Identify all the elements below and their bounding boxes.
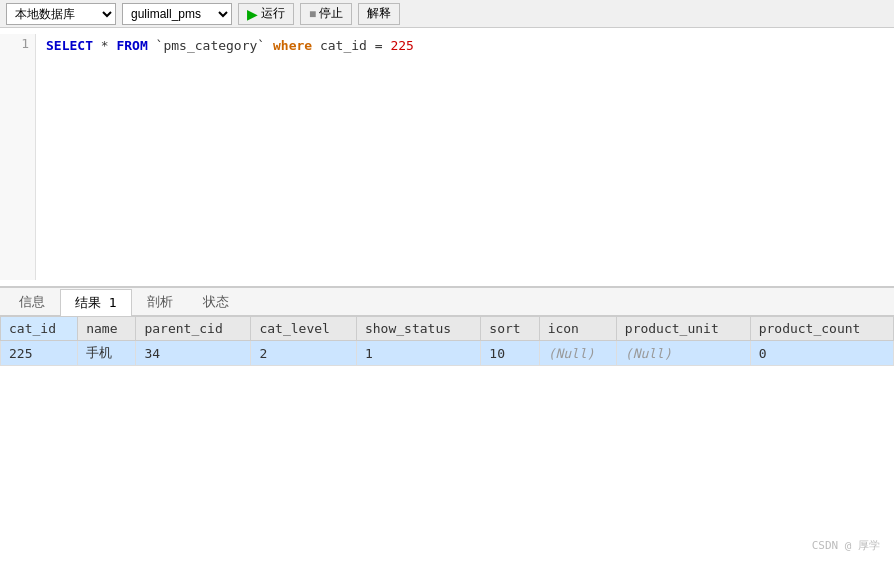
col-header-name: name xyxy=(78,317,136,341)
col-header-product_count: product_count xyxy=(750,317,893,341)
explain-button[interactable]: 解释 xyxy=(358,3,400,25)
keyword-from: FROM xyxy=(116,38,147,53)
watermark: CSDN @ 厚学 xyxy=(812,538,880,553)
table-row[interactable]: 225手机342110(Null)(Null)0 xyxy=(1,341,894,366)
db-select[interactable]: 本地数据库 xyxy=(6,3,116,25)
col-header-sort: sort xyxy=(481,317,539,341)
cell-sort: 10 xyxy=(481,341,539,366)
stop-button[interactable]: ■ 停止 xyxy=(300,3,352,25)
line-numbers: 1 xyxy=(0,34,36,280)
sql-content[interactable]: SELECT * FROM `pms_category` where cat_i… xyxy=(36,34,894,280)
col-header-product_unit: product_unit xyxy=(616,317,750,341)
schema-select[interactable]: gulimall_pms xyxy=(122,3,232,25)
cell-name: 手机 xyxy=(78,341,136,366)
sql-condition: cat_id = xyxy=(312,38,390,53)
toolbar: 本地数据库 gulimall_pms ▶ 运行 ■ 停止 解释 xyxy=(0,0,894,28)
results-area[interactable]: cat_id name parent_cid cat_level show_st… xyxy=(0,316,894,561)
col-header-parent_cid: parent_cid xyxy=(136,317,251,341)
cell-cat_id: 225 xyxy=(1,341,78,366)
table-header-row: cat_id name parent_cid cat_level show_st… xyxy=(1,317,894,341)
cell-product_unit: (Null) xyxy=(616,341,750,366)
sql-star: * xyxy=(93,38,116,53)
keyword-select: SELECT xyxy=(46,38,93,53)
sql-editor: 1 SELECT * FROM `pms_category` where cat… xyxy=(0,28,894,288)
tab-profile[interactable]: 剖析 xyxy=(132,288,188,315)
cell-icon: (Null) xyxy=(539,341,616,366)
tab-result1[interactable]: 结果 1 xyxy=(60,289,132,316)
cell-show_status: 1 xyxy=(356,341,480,366)
keyword-where: where xyxy=(265,38,312,53)
tabs-bar: 信息 结果 1 剖析 状态 xyxy=(0,288,894,316)
stop-icon: ■ xyxy=(309,7,316,21)
cell-cat_level: 2 xyxy=(251,341,357,366)
sql-table: `pms_category` xyxy=(148,38,265,53)
tab-status[interactable]: 状态 xyxy=(188,288,244,315)
col-header-icon: icon xyxy=(539,317,616,341)
sql-value: 225 xyxy=(390,38,413,53)
results-table: cat_id name parent_cid cat_level show_st… xyxy=(0,316,894,366)
cell-product_count: 0 xyxy=(750,341,893,366)
run-button[interactable]: ▶ 运行 xyxy=(238,3,294,25)
run-icon: ▶ xyxy=(247,6,258,22)
col-header-show_status: show_status xyxy=(356,317,480,341)
cell-parent_cid: 34 xyxy=(136,341,251,366)
tab-info[interactable]: 信息 xyxy=(4,288,60,315)
col-header-cat_level: cat_level xyxy=(251,317,357,341)
col-header-cat_id: cat_id xyxy=(1,317,78,341)
